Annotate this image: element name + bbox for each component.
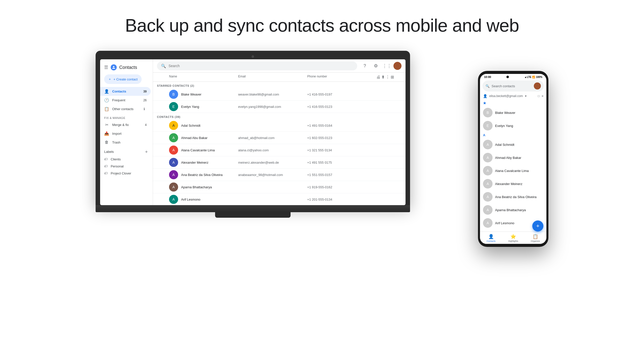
contact-more-btn[interactable]: ⋮	[393, 91, 400, 98]
table-row[interactable]: A Adal Schmidt +1 491-555-0164	[153, 119, 406, 132]
phone-contact-name: Alana Cavalcante Lima	[495, 169, 529, 173]
export-icon[interactable]: ⬆	[381, 75, 385, 79]
contact-name-cell: A Ana Beatriz da Silva Oliveira	[169, 170, 238, 179]
phone-contact-row[interactable]: A Aparna Bhattacharya	[480, 203, 546, 216]
label-personal[interactable]: 🏷 Personal	[100, 163, 153, 170]
phone-nav-organize[interactable]: 📋 Organize	[524, 232, 546, 244]
more-icon[interactable]: ⋮	[386, 75, 390, 79]
contact-name-cell: A Alexander Meinerz	[169, 158, 238, 167]
label-project-clover[interactable]: 🏷 Project Clover	[100, 170, 153, 177]
phone-contact-row[interactable]: A Alana Cavalcante Lima	[480, 164, 546, 177]
phone-a-marker: A	[480, 132, 546, 138]
phone-contact-row[interactable]: A Adal Schmidt	[480, 138, 546, 151]
search-bar[interactable]: 🔍	[157, 62, 357, 70]
merge-badge: 4	[145, 123, 147, 127]
add-label-button[interactable]: ＋	[144, 149, 149, 155]
contact-name: Alana Cavalcante Lima	[181, 148, 238, 152]
create-contact-button[interactable]: ＋ + Create contact	[104, 74, 142, 84]
phone-contact-row[interactable]: B Blake Weaver	[480, 106, 546, 119]
phone-contact-name: Blake Weaver	[495, 111, 515, 115]
phone-nav-contacts[interactable]: 👤 Contacts	[480, 232, 502, 244]
phone-contact-name: Aparna Bhattacharya	[495, 208, 526, 212]
search-input[interactable]	[169, 64, 353, 68]
phone-section-letter-a: A	[483, 133, 489, 137]
starred-contact-row[interactable]: E Evelyn Yang evelyn.yang1998@gmail.com …	[153, 101, 406, 113]
starred-section-label: STARRED CONTACTS (2)	[153, 82, 406, 88]
phone-search-bar[interactable]: 🔍 Search contacts	[482, 80, 544, 92]
phone-contacts-nav-icon: 👤	[488, 234, 494, 239]
phone-contact-avatar: A	[483, 179, 493, 189]
phone-contact-name: Ana Beatriz da Silva Oliveira	[495, 195, 537, 199]
contact-avatar: A	[169, 158, 178, 167]
phone-star-marker: ★	[483, 101, 489, 105]
contact-name-cell: B Blake Weaver	[169, 90, 238, 99]
sidebar-item-import[interactable]: 📥 Import	[100, 129, 151, 138]
phone-sort-icon[interactable]: ≡	[542, 94, 543, 98]
contact-name: Arif Lesmono	[181, 198, 238, 201]
chevron-down-icon: ▾	[525, 94, 527, 98]
phone-contact-name: Evelyn Yang	[495, 124, 513, 128]
contact-phone: +1 551-555-0157	[307, 173, 376, 177]
sidebar-item-merge[interactable]: ✂ Merge & fix 4	[100, 120, 151, 129]
sidebar-item-frequent[interactable]: 🕐 Frequent 26	[100, 96, 151, 105]
trash-icon: 🗑	[104, 140, 109, 145]
phone-contact-row[interactable]: E Evelyn Yang	[480, 119, 546, 132]
contact-name: Adal Schmidt	[181, 124, 238, 127]
table-row[interactable]: A Ana Beatriz da Silva Oliveira anabeaam…	[153, 169, 406, 181]
print-icon[interactable]: 🖨	[376, 75, 380, 79]
apps-button[interactable]: ⋮⋮	[382, 61, 391, 70]
phone-contact-avatar: A	[483, 153, 493, 162]
phone-contact-row[interactable]: A Alexander Meinerz	[480, 177, 546, 190]
contact-phone: +1 491 555 0175	[307, 161, 376, 164]
help-button[interactable]: ?	[360, 61, 369, 70]
split-icon[interactable]: ⊞	[391, 75, 394, 79]
other-nav-info-icon: ℹ	[142, 107, 147, 111]
laptop-screen: ☰ Contacts ＋ + Create contact	[100, 59, 406, 205]
wifi-icon: 📶	[532, 76, 535, 78]
phone-nav-organize-label: Organize	[531, 240, 540, 242]
main-content: 🔍 ? ⚙ ⋮⋮	[153, 59, 406, 205]
contact-phone: +1 416-555-0123	[307, 105, 376, 109]
contact-email: evelyn.yang1998@gmail.com	[238, 105, 307, 109]
laptop-body: ☰ Contacts ＋ + Create contact	[96, 51, 410, 205]
phone-nav-highlights[interactable]: ⭐ Highlights	[502, 232, 524, 244]
contact-avatar: A	[169, 170, 178, 179]
contact-phone: +1 416-555-0197	[307, 93, 376, 96]
phone-fab-button[interactable]: +	[532, 220, 543, 232]
contact-name-cell: A Adal Schmidt	[169, 121, 238, 130]
hamburger-icon[interactable]: ☰	[104, 65, 108, 70]
contact-email: anabeaamor_98@hotmail.com	[238, 173, 307, 177]
phone-bottom-nav: 👤 Contacts ⭐ Highlights 📋 Organize	[480, 232, 546, 244]
table-row[interactable]: A Alexander Meinerz meinerz.alexander@we…	[153, 156, 406, 169]
phone-contact-avatar: B	[483, 108, 493, 117]
contact-call-btn[interactable]: 📞	[385, 91, 392, 98]
phone-user-avatar[interactable]	[534, 82, 541, 89]
merge-label: Merge & fix	[112, 123, 129, 127]
settings-button[interactable]: ⚙	[371, 61, 380, 70]
contact-email-btn[interactable]: ✉	[376, 103, 383, 110]
sidebar-item-other[interactable]: 📋 Other contacts ℹ	[100, 105, 151, 113]
sidebar-item-contacts[interactable]: 👤 Contacts 39	[100, 87, 151, 96]
table-row[interactable]: A Aparna Bhattacharya +1 919-555-0162	[153, 181, 406, 193]
sidebar-item-trash[interactable]: 🗑 Trash	[100, 138, 151, 147]
phone-contact-row[interactable]: A Ana Beatriz da Silva Oliveira	[480, 190, 546, 203]
contact-phone: +1 602-555-0123	[307, 136, 376, 140]
contact-email-btn[interactable]: ✉	[376, 91, 383, 98]
table-row[interactable]: A Arif Lesmono +1 201-555-0134	[153, 193, 406, 205]
contact-avatar: A	[169, 121, 178, 130]
contact-avatar: A	[169, 183, 178, 192]
table-row[interactable]: A Alana Cavalcante Lima alana.cl@yahoo.c…	[153, 144, 406, 156]
contacts-list: STARRED CONTACTS (2) B Blake Weaver weav…	[153, 82, 406, 205]
user-avatar[interactable]	[393, 62, 401, 70]
phone-contact-avatar: A	[483, 192, 493, 202]
phone-labels-icon[interactable]: □	[538, 94, 540, 98]
label-clients[interactable]: 🏷 Clients	[100, 156, 153, 163]
phone-contact-row[interactable]: A Ahmad Aby Bakar	[480, 151, 546, 164]
col-name-header: Name	[169, 75, 238, 79]
table-row[interactable]: A Ahmad Abu Bakar ahmad_ab@hotmail.com +…	[153, 132, 406, 144]
contact-name: Ahmad Abu Bakar	[181, 136, 238, 140]
contact-name-cell: A Aparna Bhattacharya	[169, 183, 238, 192]
starred-contact-row[interactable]: B Blake Weaver weaver.blake98@gmail.com …	[153, 88, 406, 101]
contact-more-btn[interactable]: ⋮	[393, 103, 400, 110]
contact-call-btn[interactable]: 📞	[385, 103, 392, 110]
